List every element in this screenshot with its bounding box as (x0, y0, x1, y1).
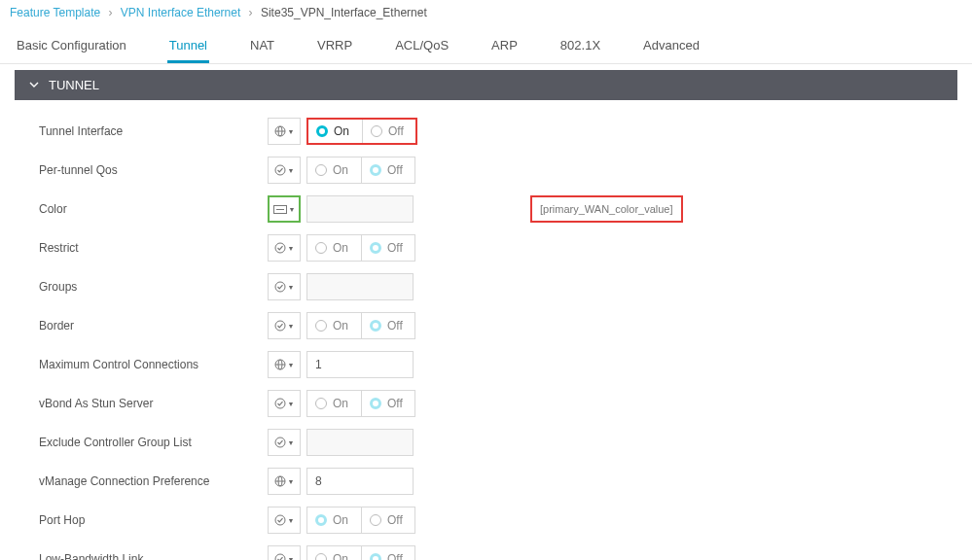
breadcrumb: Feature Template › VPN Interface Etherne… (0, 0, 972, 25)
value-input-exclude_ctrl[interactable] (306, 429, 414, 456)
radio-icon (315, 242, 327, 254)
source-type-dropdown[interactable]: ▼ (268, 545, 301, 560)
on-option[interactable]: On (307, 235, 361, 261)
tab-nat[interactable]: NAT (248, 30, 276, 63)
check-icon (274, 437, 286, 448)
hint-box-color: [primary_WAN_color_value] (530, 195, 683, 223)
row-port_hop: Port Hop▼OnOff (15, 501, 957, 540)
off-option[interactable]: Off (361, 158, 414, 183)
on-option[interactable]: On (307, 158, 361, 183)
onoff-group-per_tunnel_qos: OnOff (306, 157, 415, 184)
tab-802-1x[interactable]: 802.1X (558, 30, 602, 63)
tab-tunnel[interactable]: Tunnel (167, 30, 209, 63)
caret-down-icon: ▼ (288, 128, 295, 135)
source-type-dropdown[interactable]: ▼ (268, 157, 301, 184)
row-vbond_stun: vBond As Stun Server▼OnOff (15, 384, 957, 423)
label-restrict: Restrict (15, 241, 268, 255)
option-label: Off (387, 513, 403, 527)
value-input-groups[interactable] (306, 273, 414, 300)
caret-down-icon: ▼ (288, 517, 295, 524)
breadcrumb-sep-icon: › (249, 6, 253, 19)
option-label: Off (387, 241, 403, 255)
off-option[interactable]: Off (361, 546, 414, 560)
row-low_bw: Low-Bandwidth Link▼OnOff (15, 540, 957, 560)
label-color: Color (15, 202, 268, 216)
on-option[interactable]: On (307, 508, 361, 533)
source-type-dropdown[interactable]: ▼ (268, 429, 301, 456)
svg-point-6 (275, 243, 285, 253)
option-label: Off (387, 319, 403, 332)
section-header-tunnel[interactable]: TUNNEL (15, 70, 957, 100)
row-per_tunnel_qos: Per-tunnel Qos▼OnOff (15, 151, 957, 190)
caret-down-icon: ▼ (288, 284, 295, 291)
radio-icon (370, 320, 381, 332)
caret-down-icon: ▼ (288, 362, 295, 368)
check-icon (274, 320, 286, 332)
source-type-dropdown[interactable]: ▼ (268, 390, 301, 417)
row-exclude_ctrl: Exclude Controller Group List▼ (15, 423, 957, 462)
option-label: Off (387, 552, 403, 560)
source-type-dropdown[interactable]: ▼ (268, 468, 301, 495)
chevron-down-icon (29, 78, 39, 92)
source-type-dropdown[interactable]: ▼ (268, 273, 301, 300)
source-type-dropdown[interactable]: ▼ (268, 234, 301, 262)
row-color: Color▼[primary_WAN_color_value] (15, 190, 957, 228)
breadcrumb-current: Site35_VPN_Interface_Ethernet (261, 6, 427, 19)
row-border: Border▼OnOff (15, 306, 957, 345)
label-per_tunnel_qos: Per-tunnel Qos (15, 163, 268, 177)
on-option[interactable]: On (307, 391, 361, 416)
check-icon (274, 242, 286, 254)
breadcrumb-parent[interactable]: VPN Interface Ethernet (121, 6, 240, 19)
on-option[interactable]: On (307, 546, 361, 560)
check-icon (274, 164, 286, 176)
radio-icon (315, 398, 327, 409)
tab-basic-configuration[interactable]: Basic Configuration (15, 30, 128, 63)
tab-advanced[interactable]: Advanced (641, 30, 702, 63)
caret-down-icon: ▼ (289, 206, 296, 213)
radio-icon (315, 320, 327, 332)
radio-icon (315, 553, 327, 560)
source-type-dropdown[interactable]: ▼ (268, 312, 301, 339)
source-type-dropdown[interactable]: ▼ (268, 195, 301, 223)
tab-vrrp[interactable]: VRRP (315, 30, 354, 63)
radio-icon (370, 242, 381, 254)
value-input-color[interactable] (306, 195, 414, 223)
svg-point-12 (275, 399, 285, 408)
label-low_bw: Low-Bandwidth Link (15, 552, 268, 560)
check-icon (274, 281, 286, 293)
source-type-dropdown[interactable]: ▼ (268, 351, 301, 378)
off-option[interactable]: Off (361, 313, 414, 338)
onoff-group-tunnel_interface: OnOff (306, 118, 417, 145)
label-max_ctrl: Maximum Control Connections (15, 358, 268, 371)
option-label: On (334, 124, 349, 138)
on-option[interactable]: On (307, 313, 361, 338)
onoff-group-border: OnOff (306, 312, 415, 339)
option-label: On (333, 397, 348, 410)
off-option[interactable]: Off (361, 391, 414, 416)
value-input-max_ctrl[interactable]: 1 (306, 351, 414, 378)
label-port_hop: Port Hop (15, 513, 268, 527)
row-tunnel_interface: Tunnel Interface▼OnOff (15, 112, 957, 151)
globe-icon (274, 125, 286, 137)
option-label: Off (387, 163, 403, 177)
row-groups: Groups▼ (15, 267, 957, 306)
row-restrict: Restrict▼OnOff (15, 228, 957, 267)
check-icon (274, 398, 286, 409)
source-type-dropdown[interactable]: ▼ (268, 507, 301, 534)
radio-icon (315, 164, 327, 176)
caret-down-icon: ▼ (288, 556, 295, 561)
option-label: Off (388, 124, 404, 138)
source-type-dropdown[interactable]: ▼ (268, 118, 301, 145)
breadcrumb-root[interactable]: Feature Template (10, 6, 100, 19)
value-input-vmanage_pref[interactable]: 8 (306, 468, 414, 495)
tab-arp[interactable]: ARP (489, 30, 520, 63)
row-vmanage_pref: vManage Connection Preference▼8 (15, 462, 957, 501)
tab-acl-qos[interactable]: ACL/QoS (393, 30, 450, 63)
off-option[interactable]: Off (361, 508, 414, 533)
caret-down-icon: ▼ (288, 401, 295, 407)
off-option[interactable]: Off (361, 235, 414, 261)
on-option[interactable]: On (308, 120, 362, 143)
off-option[interactable]: Off (362, 120, 415, 143)
option-label: On (333, 163, 348, 177)
svg-point-3 (275, 165, 285, 175)
